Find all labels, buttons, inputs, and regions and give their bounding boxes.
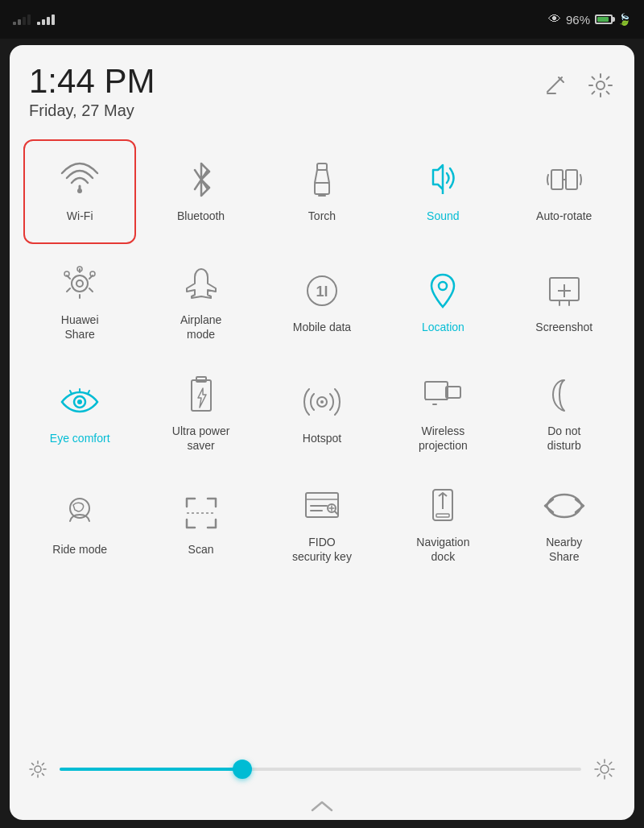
tile-airplanemode[interactable]: Airplanemode bbox=[145, 250, 258, 355]
nearbyshare-label: NearbyShare bbox=[546, 535, 582, 564]
current-date: Friday, 27 May bbox=[29, 101, 155, 120]
svg-line-46 bbox=[32, 773, 34, 775]
tile-huaweishare[interactable]: HuaweiShare bbox=[23, 250, 136, 355]
wifi-icon bbox=[60, 160, 99, 199]
tile-bluetooth[interactable]: Bluetooth bbox=[145, 139, 258, 244]
svg-line-54 bbox=[609, 762, 612, 764]
bluetooth-label: Bluetooth bbox=[177, 209, 225, 223]
quick-settings-panel: 1:44 PM Friday, 27 May bbox=[10, 45, 634, 820]
autorotate-label: Auto-rotate bbox=[536, 209, 592, 223]
svg-rect-25 bbox=[425, 382, 448, 400]
donotdisturb-icon bbox=[545, 375, 584, 414]
hotspot-icon bbox=[303, 383, 341, 421]
svg-line-55 bbox=[597, 774, 600, 776]
tile-hotspot[interactable]: Hotspot bbox=[266, 362, 378, 466]
status-right: 👁 96% 🍃 bbox=[548, 12, 631, 27]
datetime-block: 1:44 PM Friday, 27 May bbox=[29, 64, 155, 120]
signal-bars-1 bbox=[13, 14, 31, 25]
svg-rect-37 bbox=[436, 514, 449, 517]
nearbyshare-icon bbox=[545, 486, 584, 525]
wirelessprojection-icon bbox=[423, 375, 462, 414]
tile-location[interactable]: Location bbox=[386, 250, 499, 355]
sound-icon bbox=[423, 160, 462, 199]
tile-ridemode[interactable]: Ride mode bbox=[23, 473, 136, 578]
svg-point-8 bbox=[72, 275, 88, 292]
tile-nearbyshare[interactable]: NearbyShare bbox=[508, 473, 621, 578]
brightness-slider[interactable] bbox=[60, 768, 581, 771]
battery-leaf-icon: 🍃 bbox=[617, 13, 631, 26]
ultrapowersaver-label: Ultra powersaver bbox=[172, 424, 230, 453]
navigationdock-icon bbox=[423, 486, 462, 525]
eyecomfort-icon bbox=[60, 383, 99, 421]
tiles-row-4: Ride mode Scan bbox=[19, 473, 625, 578]
fidosecuritykey-label: FIDOsecurity key bbox=[292, 535, 352, 564]
status-bar: 👁 96% 🍃 bbox=[0, 0, 644, 39]
wirelessprojection-label: Wirelessprojection bbox=[419, 424, 468, 453]
screenshot-label: Screenshot bbox=[535, 320, 592, 334]
huaweishare-label: HuaweiShare bbox=[61, 313, 99, 342]
tile-fidosecuritykey[interactable]: FIDOsecurity key bbox=[266, 473, 378, 578]
svg-line-52 bbox=[597, 762, 600, 764]
mobiledata-icon: 1l bbox=[303, 271, 341, 310]
svg-point-47 bbox=[601, 765, 609, 773]
current-time: 1:44 PM bbox=[29, 64, 155, 98]
svg-line-45 bbox=[42, 764, 43, 765]
eyecomfort-label: Eye comfort bbox=[50, 431, 110, 445]
signal-bars-2 bbox=[37, 14, 55, 25]
bluetooth-icon bbox=[182, 160, 221, 199]
svg-rect-5 bbox=[315, 183, 329, 194]
tile-mobiledata[interactable]: 1l Mobile data bbox=[266, 250, 378, 355]
tile-sound[interactable]: Sound bbox=[386, 139, 499, 244]
header-icons bbox=[541, 71, 615, 100]
tiles-row-3: Eye comfort Ultra powersaver bbox=[19, 362, 625, 466]
wifi-label: Wi-Fi bbox=[67, 209, 93, 223]
autorotate-icon bbox=[545, 160, 584, 199]
tile-wifi[interactable]: Wi-Fi bbox=[23, 139, 136, 244]
location-icon bbox=[423, 271, 462, 310]
svg-point-24 bbox=[320, 400, 324, 404]
torch-label: Torch bbox=[308, 209, 336, 223]
scan-icon bbox=[182, 494, 221, 532]
navigationdock-label: Navigationdock bbox=[416, 535, 469, 564]
brightness-min-icon bbox=[29, 760, 47, 778]
huaweishare-icon bbox=[60, 264, 99, 303]
battery-icon bbox=[595, 14, 613, 24]
tile-autorotate[interactable]: Auto-rotate bbox=[508, 139, 621, 244]
scan-label: Scan bbox=[188, 542, 214, 557]
mobiledata-label: Mobile data bbox=[293, 320, 351, 334]
tile-donotdisturb[interactable]: Do notdisturb bbox=[508, 362, 621, 466]
fidosecuritykey-icon bbox=[303, 486, 341, 525]
svg-rect-7 bbox=[566, 170, 577, 189]
airplanemode-icon bbox=[182, 264, 221, 303]
svg-line-43 bbox=[32, 764, 34, 765]
screenshot-icon bbox=[545, 271, 584, 310]
svg-point-2 bbox=[597, 81, 605, 89]
airplanemode-label: Airplanemode bbox=[180, 313, 221, 342]
brightness-row bbox=[10, 749, 634, 793]
tiles-area: Wi-Fi Bluetooth bbox=[10, 133, 634, 749]
svg-point-9 bbox=[76, 280, 83, 287]
tile-navigationdock[interactable]: Navigationdock bbox=[386, 473, 499, 578]
tile-ultrapowersaver[interactable]: Ultra powersaver bbox=[145, 362, 258, 466]
chevron-up-row[interactable] bbox=[10, 793, 634, 820]
edit-button[interactable] bbox=[541, 71, 570, 100]
ultrapowersaver-icon bbox=[182, 375, 221, 414]
tiles-row-1: Wi-Fi Bluetooth bbox=[19, 139, 625, 244]
torch-icon bbox=[303, 160, 341, 199]
tiles-row-2: HuaweiShare Airplanemode 1l bbox=[19, 250, 625, 355]
hotspot-label: Hotspot bbox=[303, 431, 341, 445]
tile-torch[interactable]: Torch bbox=[266, 139, 378, 244]
svg-point-38 bbox=[35, 766, 41, 772]
svg-rect-21 bbox=[192, 380, 211, 411]
panel-header: 1:44 PM Friday, 27 May bbox=[10, 45, 634, 133]
tile-screenshot[interactable]: Screenshot bbox=[508, 250, 621, 355]
settings-button[interactable] bbox=[586, 71, 615, 100]
svg-rect-6 bbox=[551, 170, 563, 189]
svg-text:1l: 1l bbox=[316, 284, 328, 300]
tile-scan[interactable]: Scan bbox=[145, 473, 258, 578]
tile-wirelessprojection[interactable]: Wirelessprojection bbox=[386, 362, 499, 466]
ridemode-icon bbox=[60, 494, 99, 532]
tile-eyecomfort[interactable]: Eye comfort bbox=[23, 362, 136, 466]
status-left bbox=[13, 14, 55, 25]
eye-status-icon: 👁 bbox=[548, 12, 561, 27]
